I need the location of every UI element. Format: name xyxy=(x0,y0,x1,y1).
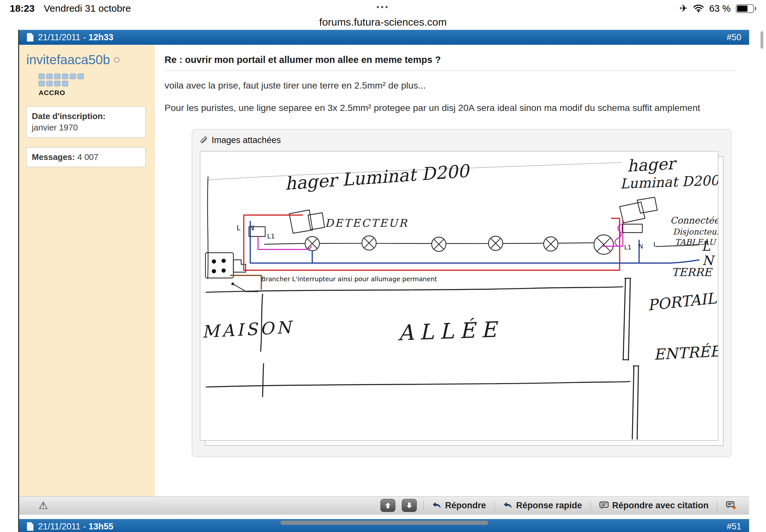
label-l-big: L xyxy=(701,239,711,254)
quick-reply-label: Réponse rapide xyxy=(516,501,582,511)
airplane-mode-icon: ✈ xyxy=(680,4,688,13)
messages-box: Messages: 4 007 xyxy=(26,147,146,167)
label-portail: PORTAIL xyxy=(647,289,718,314)
battery-percent: 63 % xyxy=(709,3,731,14)
toolbar-separator xyxy=(423,501,424,510)
label-l1-right: L1 xyxy=(624,244,632,251)
post-time: 13h55 xyxy=(89,522,114,532)
quote-bubble-icon xyxy=(599,501,609,510)
label-allee: ALLÉE xyxy=(397,316,503,345)
arrow-up-icon xyxy=(384,502,392,509)
label-terre: TERRE xyxy=(672,266,713,279)
post-51-header: 21/11/2011 - 13h55 #51 xyxy=(19,519,749,532)
post-time: 12h33 xyxy=(89,32,114,42)
reply-arrow-icon xyxy=(503,501,513,510)
toolbar-separator xyxy=(590,501,591,510)
battery-icon xyxy=(736,4,754,13)
post-50: 21/11/2011 - 12h33 #50 invitefaaca50b AC… xyxy=(19,30,749,514)
label-n-right: N xyxy=(638,243,643,250)
paperclip-icon xyxy=(199,136,208,144)
arrow-down-icon xyxy=(406,502,413,509)
address-bar[interactable]: forums.futura-sciences.com xyxy=(0,14,766,31)
reply-with-quote-button[interactable]: Répondre avec citation xyxy=(597,500,711,511)
user-title: ACCRO xyxy=(39,89,150,97)
reply-arrow-icon xyxy=(432,501,442,510)
attached-images-panel: Images attachées hager Luminat xyxy=(192,129,731,457)
multi-quote-icon xyxy=(726,501,736,510)
url-text: forums.futura-sciences.com xyxy=(319,16,447,28)
lamp-icon xyxy=(489,236,503,250)
lamp-icon xyxy=(362,236,376,250)
post-content: Re : ouvrir mon portail et allumer mon a… xyxy=(155,45,749,496)
label-ln-left: L N xyxy=(237,224,257,232)
lamp-icon xyxy=(432,237,446,251)
author-sidebar: invitefaaca50b ACCRO Date d'inscription:… xyxy=(19,45,155,496)
screen: 18:23 Vendredi 31 octobre ••• ✈ 63 % for… xyxy=(0,0,766,532)
post-number-link[interactable]: #51 xyxy=(727,522,741,532)
join-date-value: janvier 1970 xyxy=(32,122,140,133)
quick-reply-button[interactable]: Réponse rapide xyxy=(501,500,584,511)
status-date: Vendredi 31 octobre xyxy=(44,3,131,14)
lamp-icon xyxy=(305,236,319,251)
post-50-header: 21/11/2011 - 12h33 #50 xyxy=(19,30,749,45)
messages-label: Messages: xyxy=(32,152,75,162)
label-l1-left: L1 xyxy=(267,232,275,240)
post-toolbar: ⚠ Répondre Répon xyxy=(19,496,749,514)
label-entree: ENTRÉE xyxy=(653,342,718,363)
reply-with-quote-label: Répondre avec citation xyxy=(612,501,709,511)
label-hager-left: hager Luminat D200 xyxy=(284,161,471,194)
post-date: 21/11/2011 - xyxy=(38,522,86,532)
join-date-box: Date d'inscription: janvier 1970 xyxy=(26,106,146,138)
report-icon[interactable]: ⚠ xyxy=(39,500,48,511)
label-tableau: TABLEAU xyxy=(675,237,717,247)
toolbar-separator xyxy=(717,501,717,510)
post-icon xyxy=(27,33,33,42)
label-disjoncteur: Disjoncteur xyxy=(673,227,718,236)
join-date-label: Date d'inscription: xyxy=(32,111,105,121)
post-date: 21/11/2011 - xyxy=(38,32,86,42)
scroll-top-button[interactable] xyxy=(380,499,395,512)
attachments-header-label: Images attachées xyxy=(212,135,281,145)
reply-label: Répondre xyxy=(445,501,486,511)
label-hager-right-2: Luminat D200 xyxy=(620,172,718,192)
horizontal-scrollbar[interactable] xyxy=(280,521,488,525)
multitask-dots-icon[interactable]: ••• xyxy=(376,3,390,12)
battery-cap xyxy=(755,7,756,10)
scroll-bottom-button[interactable] xyxy=(402,499,417,512)
label-connecte: Connectée xyxy=(670,215,718,226)
username-link[interactable]: invitefaaca50b xyxy=(26,53,110,67)
label-note: Brancher L'interrupteur ainsi pour allum… xyxy=(261,275,437,283)
attached-image[interactable]: hager Luminat D200 DETECTEUR xyxy=(200,151,718,441)
lamp-icon xyxy=(594,235,614,254)
reputation-squares xyxy=(39,74,150,86)
post-paragraph-2: Pour les puristes, une ligne separee en … xyxy=(164,101,723,115)
clock: 18:23 xyxy=(10,3,35,14)
label-l-right: L xyxy=(653,240,657,248)
messages-value: 4 007 xyxy=(77,152,98,162)
post-paragraph-1: voila avec la prise, faut juste tirer un… xyxy=(164,79,723,92)
schematic-drawing: hager Luminat D200 DETECTEUR xyxy=(200,151,718,440)
label-hager-right-1: hager xyxy=(627,154,678,175)
vertical-scrollbar[interactable] xyxy=(760,31,763,49)
multi-quote-button[interactable] xyxy=(724,501,738,510)
label-detecteur: DETECTEUR xyxy=(325,217,408,229)
post-icon xyxy=(27,522,33,531)
attachment-stack: hager Luminat D200 DETECTEUR xyxy=(200,151,731,446)
post-title: Re : ouvrir mon portail et allumer mon a… xyxy=(164,54,737,65)
label-maison: MAISON xyxy=(201,317,294,342)
forum-page: 21/11/2011 - 12h33 #50 invitefaaca50b AC… xyxy=(18,30,749,532)
online-status-icon xyxy=(114,57,119,63)
lamp-icon xyxy=(544,237,558,251)
toolbar-separator xyxy=(494,501,495,510)
wifi-icon xyxy=(693,4,704,13)
post-number-link[interactable]: #50 xyxy=(727,32,741,42)
status-bar: 18:23 Vendredi 31 octobre ••• ✈ 63 % xyxy=(0,0,766,15)
reply-button[interactable]: Répondre xyxy=(430,500,488,511)
title-divider xyxy=(164,70,737,71)
